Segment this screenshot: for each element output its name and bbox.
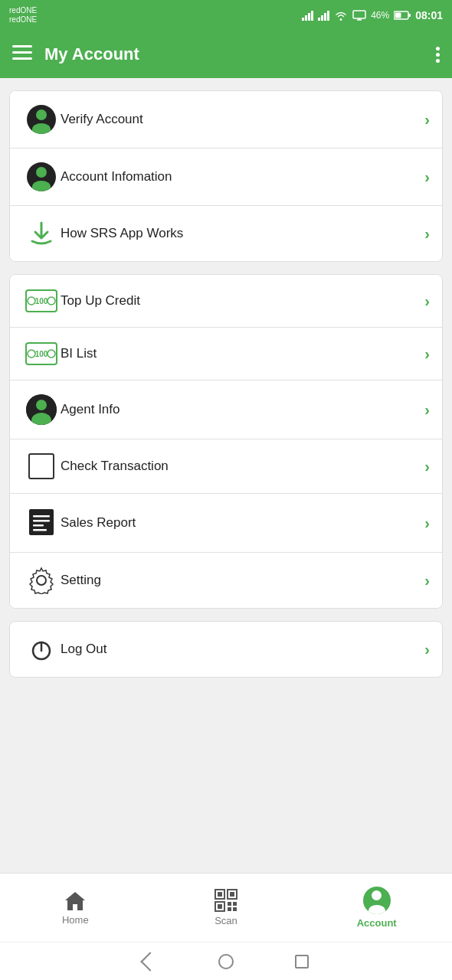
signal-icon [302,10,313,21]
battery-icon [394,11,411,20]
menu-item-bi-list[interactable]: 100 BI List › [10,328,442,381]
menu-label-log-out: Log Out [61,642,424,657]
svg-rect-5 [408,14,411,17]
chevron-icon-6: › [424,401,430,419]
home-icon [64,890,87,911]
chevron-icon-10: › [424,641,430,658]
status-right: 46% 08:01 [302,9,443,21]
nav-label-scan: Scan [215,915,237,926]
svg-rect-21 [29,509,54,535]
svg-rect-38 [233,907,237,911]
svg-rect-6 [12,45,32,47]
account-person-icon [363,887,391,914]
status-bar: redONE redONE 46% 08:01 [0,0,452,31]
money-icon-1: 100 [22,289,61,313]
time-display: 08:01 [415,9,443,21]
chevron-icon-7: › [424,458,430,475]
chevron-icon-2: › [424,168,430,186]
nav-label-home: Home [62,914,89,926]
page-title: My Account [44,44,424,64]
battery-text: 46% [371,10,389,21]
menu-label-check-transaction: Check Transaction [61,459,424,474]
menu-label-bi-list: BI List [61,346,424,361]
svg-rect-7 [12,51,32,54]
agent-person-icon [22,394,61,425]
gear-icon [22,567,61,594]
svg-rect-37 [228,907,231,911]
display-icon [352,10,366,21]
hamburger-icon[interactable] [12,44,32,65]
recents-button[interactable] [295,955,309,969]
menu-label-top-up-credit: Top Up Credit [61,293,424,309]
nav-item-account[interactable]: Account [301,874,452,942]
svg-rect-30 [218,892,222,897]
chevron-icon-3: › [424,225,430,243]
menu-item-how-srs-works[interactable]: How SRS App Works › [10,206,442,261]
top-bar: My Account [0,31,452,78]
svg-text:100: 100 [35,297,48,305]
back-button[interactable] [140,952,159,971]
menu-item-agent-info[interactable]: Agent Info › [10,381,442,439]
menu-label-how-srs-works: How SRS App Works [61,226,424,241]
menu-item-log-out[interactable]: Log Out › [10,622,442,677]
svg-rect-34 [218,904,222,909]
chevron-icon-4: › [424,292,430,310]
menu-label-setting: Setting [61,573,424,588]
menu-label-verify-account: Verify Account [61,112,424,127]
menu-item-sales-report[interactable]: Sales Report › [10,494,442,553]
download-icon [22,220,61,247]
menu-item-setting[interactable]: Setting › [10,553,442,608]
menu-group-2: 100 Top Up Credit › 100 BI List › [9,274,443,609]
carrier-info: redONE redONE [9,6,37,24]
svg-rect-35 [228,902,231,906]
content-area: Verify Account › Account Infomation › Ho… [0,78,452,873]
nav-item-home[interactable]: Home [0,874,151,942]
svg-rect-25 [33,529,47,531]
bottom-nav: Home Scan Account [0,873,452,942]
chevron-icon: › [424,111,430,129]
svg-rect-0 [353,11,365,18]
menu-item-top-up-credit[interactable]: 100 Top Up Credit › [10,275,442,328]
svg-marker-28 [65,892,85,910]
chevron-icon-5: › [424,345,430,363]
money-icon-2: 100 [22,341,61,366]
wifi-icon [334,10,348,21]
power-icon [22,635,61,663]
person-icon [22,105,61,134]
svg-point-11 [28,297,35,305]
svg-rect-8 [12,57,32,60]
menu-label-sales-report: Sales Report [61,515,424,531]
nav-label-account: Account [357,917,397,929]
menu-group-3: Log Out › [9,621,443,678]
svg-rect-36 [233,902,237,906]
more-options-icon[interactable] [436,47,440,63]
signal-icon2 [318,10,329,21]
chevron-icon-8: › [424,514,430,532]
svg-rect-24 [33,524,44,527]
svg-point-19 [36,400,47,410]
menu-item-verify-account[interactable]: Verify Account › [10,91,442,149]
svg-text:100: 100 [35,350,48,358]
menu-item-account-information[interactable]: Account Infomation › [10,149,442,206]
receipt-icon [22,508,61,538]
svg-rect-22 [33,515,50,518]
person-icon-2 [22,162,61,191]
svg-point-12 [47,297,55,305]
home-button[interactable] [218,954,234,969]
svg-point-16 [47,350,55,358]
square-icon [22,453,61,479]
nav-item-scan[interactable]: Scan [151,874,302,942]
menu-item-check-transaction[interactable]: Check Transaction › [10,439,442,494]
chevron-icon-9: › [424,572,430,590]
svg-rect-23 [33,520,50,522]
menu-label-agent-info: Agent Info [61,402,424,417]
svg-rect-32 [230,892,234,897]
android-nav-bar [0,942,452,980]
menu-group-1: Verify Account › Account Infomation › Ho… [9,90,443,262]
svg-rect-4 [395,13,401,18]
qr-icon [215,889,237,912]
svg-point-15 [28,350,35,358]
menu-label-account-information: Account Infomation [61,169,424,185]
